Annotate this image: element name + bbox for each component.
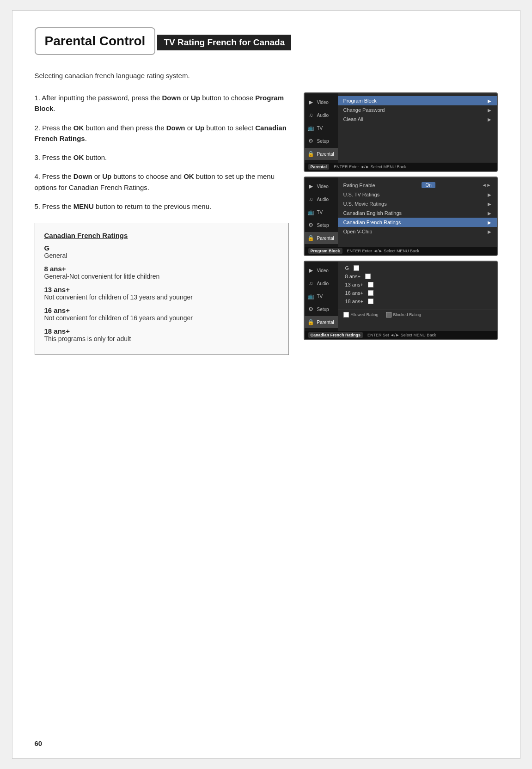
rating-desc-3: Not convenient for children of 16 years … (44, 314, 279, 322)
menu-item-0[interactable]: Rating EnableOn◄► (338, 180, 497, 190)
sidebar-label: Parental (317, 236, 334, 241)
sidebar-item-video[interactable]: ▶Video (305, 180, 338, 192)
sidebar-item-parental[interactable]: 🔒Parental (305, 316, 338, 328)
rating-label-2: 13 ans+ (44, 286, 279, 293)
sidebar-label: Setup (317, 307, 329, 312)
tv-ratings-3: G8 ans+13 ans+16 ans+18 ans+ Allowed Rat… (338, 262, 497, 331)
sidebar-label: Setup (317, 139, 329, 144)
rating-entry-2: 13 ans+Not convenient for children of 13… (44, 286, 279, 301)
menu-item-2[interactable]: U.S. Movie Ratings▶ (338, 199, 497, 208)
sidebar-item-tv[interactable]: 📺TV (305, 206, 338, 218)
sidebar-item-setup[interactable]: ⚙Setup (305, 303, 338, 315)
parental-icon: 🔒 (307, 234, 315, 242)
menu-item-1[interactable]: Change Password▶ (338, 105, 497, 115)
step-1: 1. After inputting the password, press t… (35, 92, 289, 114)
tv-screen-1: ▶Video♫Audio📺TV⚙Setup🔒Parental Program B… (304, 92, 498, 172)
sidebar-label: Audio (317, 197, 329, 202)
menu-arrow: ▶ (488, 117, 491, 122)
rating-entry-4: 18 ans+This programs is only for adult (44, 327, 279, 342)
footer3-items: ENTER Set ◄/► Select MENU Back (367, 333, 436, 337)
footer-section-3: Canadian French Ratings (308, 332, 363, 338)
sidebar-item-audio[interactable]: ♫Audio (305, 277, 338, 289)
sidebar-item-video[interactable]: ▶Video (305, 96, 338, 108)
setup-icon: ⚙ (307, 137, 315, 145)
video-icon: ▶ (307, 183, 315, 190)
tv-menu-1: Program Block▶Change Password▶Clean All▶ (338, 93, 497, 163)
sidebar-item-video[interactable]: ▶Video (305, 264, 338, 276)
sidebar-label: Setup (317, 223, 329, 228)
rating-entry-0: GGeneral (44, 244, 279, 259)
menu-item-2[interactable]: Clean All▶ (338, 115, 497, 124)
rating-label-1: 8 ans+ (44, 265, 279, 273)
sidebar-label: TV (317, 294, 323, 299)
video-icon: ▶ (307, 98, 315, 106)
menu-item-0[interactable]: Program Block▶ (338, 96, 497, 105)
menu-label: U.S. TV Ratings (343, 192, 380, 197)
left-column: 1. After inputting the password, press t… (35, 92, 289, 355)
sidebar-item-setup[interactable]: ⚙Setup (305, 219, 338, 231)
menu-item-1[interactable]: U.S. TV Ratings▶ (338, 190, 497, 199)
rating-checkbox-3[interactable] (368, 290, 373, 296)
tv-icon: 📺 (307, 208, 315, 216)
legend-text-0: Allowed Rating (351, 312, 379, 317)
rating-checkbox-0[interactable] (354, 265, 359, 271)
rating-checkbox-4[interactable] (368, 299, 373, 304)
parental-icon: 🔒 (307, 318, 315, 326)
sidebar-label: TV (317, 210, 323, 215)
sidebar-item-tv[interactable]: 📺TV (305, 290, 338, 302)
tv-footer-3: Canadian French Ratings ENTER Set ◄/► Se… (305, 331, 497, 339)
step-2: 2. Press the OK button and then press th… (35, 122, 289, 144)
rating-desc-0: General (44, 252, 279, 259)
menu-arrow: ▶ (488, 108, 491, 113)
sidebar-label: Video (317, 268, 329, 273)
legend-item-0: Allowed Rating (343, 312, 379, 317)
menu-label: Open V-Chip (343, 229, 373, 234)
rating-label-3: 16 ans+ (345, 290, 363, 296)
rating-row-3: 16 ans+ (345, 290, 489, 296)
rating-label-0: G (345, 265, 349, 271)
rating-label-4: 18 ans+ (345, 299, 363, 304)
ratings-entries: GGeneral8 ans+General-Not convenient for… (44, 244, 279, 342)
rating-checkbox-2[interactable] (368, 282, 373, 287)
rating-entry-3: 16 ans+Not convenient for children of 16… (44, 306, 279, 322)
content-area: 1. After inputting the password, press t… (35, 92, 498, 355)
menu-item-4[interactable]: Canadian French Ratings▶ (338, 218, 497, 227)
sidebar-label: Parental (317, 320, 334, 325)
setup-icon: ⚙ (307, 305, 315, 313)
section-desc: Selecting canadian french language ratin… (35, 72, 498, 79)
sidebar-label: TV (317, 126, 323, 131)
tv-footer-1: Parental ENTER Enter ◄/► Select MENU Bac… (305, 163, 497, 171)
menu-arrow: ▶ (488, 229, 491, 234)
rating-checkbox-1[interactable] (365, 274, 371, 279)
sidebar-item-parental[interactable]: 🔒Parental (305, 148, 338, 160)
rating-label-3: 16 ans+ (44, 306, 279, 314)
main-title: Parental Control (35, 27, 156, 55)
menu-item-3[interactable]: Canadian English Ratings▶ (338, 208, 497, 218)
sidebar-item-setup[interactable]: ⚙Setup (305, 135, 338, 147)
tv-sidebar-1: ▶Video♫Audio📺TV⚙Setup🔒Parental (305, 93, 338, 163)
sidebar-item-tv[interactable]: 📺TV (305, 122, 338, 134)
footer-section-2: Program Block (308, 248, 342, 254)
rating-row-0: G (345, 265, 489, 271)
legend-box-0 (343, 312, 349, 317)
menu-label: Change Password (343, 107, 385, 113)
page-number: 60 (35, 739, 43, 747)
right-column: ▶Video♫Audio📺TV⚙Setup🔒Parental Program B… (304, 92, 498, 340)
step-4: 4. Press the Down or Up buttons to choos… (35, 171, 289, 193)
menu-label: U.S. Movie Ratings (343, 201, 387, 207)
tv-footer-2: Program Block ENTER Enter ◄/► Select MEN… (305, 247, 497, 255)
audio-icon: ♫ (307, 111, 315, 119)
footer-section-1: Parental (308, 164, 330, 170)
page-container: Parental Control TV Rating French for Ca… (12, 10, 520, 759)
menu-arrow: ▶ (488, 192, 491, 197)
sidebar-item-parental[interactable]: 🔒Parental (305, 232, 338, 244)
rating-label-1: 8 ans+ (345, 274, 361, 279)
sidebar-item-audio[interactable]: ♫Audio (305, 193, 338, 205)
rating-desc-1: General-Not convenient for little childr… (44, 273, 279, 280)
menu-arrow: ▶ (488, 220, 491, 225)
step-3: 3. Press the OK button. (35, 152, 289, 163)
sidebar-item-audio[interactable]: ♫Audio (305, 109, 338, 121)
menu-label: Rating Enable (343, 183, 375, 188)
rating-label-2: 13 ans+ (345, 282, 363, 287)
menu-item-5[interactable]: Open V-Chip▶ (338, 227, 497, 236)
